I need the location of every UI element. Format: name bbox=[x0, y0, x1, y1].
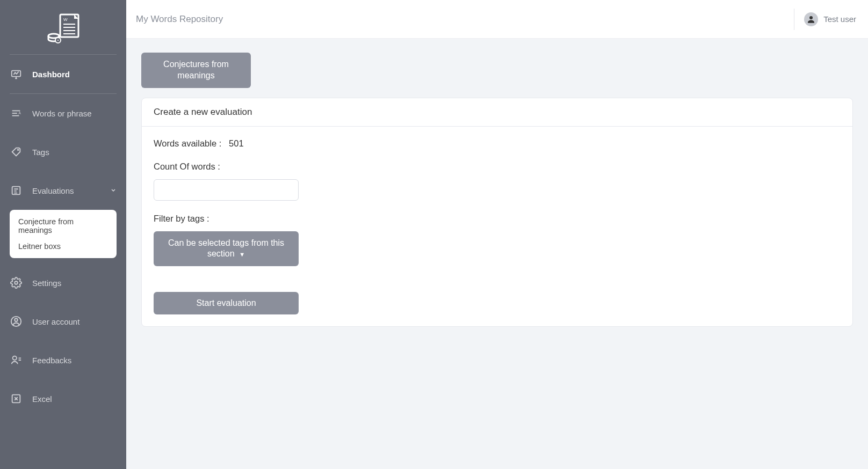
svg-text:W: W bbox=[63, 17, 68, 22]
sidebar-item-settings[interactable]: Settings bbox=[0, 270, 126, 296]
sidebar-item-dashboard[interactable]: Dashbord bbox=[0, 61, 126, 87]
sidebar-item-feedbacks[interactable]: Feedbacks bbox=[0, 347, 126, 373]
start-evaluation-button[interactable]: Start evaluation bbox=[154, 292, 299, 314]
sidebar-item-label: Dashbord bbox=[32, 70, 70, 79]
tags-icon bbox=[10, 145, 23, 158]
sidebar-item-label: Feedbacks bbox=[32, 356, 71, 365]
svg-text:A: A bbox=[19, 111, 21, 115]
main-area: My Words Repository Test user Conjecture… bbox=[126, 0, 868, 469]
count-input[interactable] bbox=[154, 179, 299, 201]
dashboard-icon bbox=[10, 68, 23, 80]
user-menu[interactable]: Test user bbox=[794, 9, 856, 30]
sidebar-item-evaluations[interactable]: Evaluations bbox=[0, 178, 126, 203]
sidebar-item-excel[interactable]: Excel bbox=[0, 386, 126, 412]
card-body: Words available : 501 Count Of words : F… bbox=[142, 127, 852, 327]
app-logo: W bbox=[10, 8, 117, 55]
sidebar-item-label: Evaluations bbox=[32, 186, 74, 195]
caret-down-icon: ▼ bbox=[239, 251, 245, 258]
chevron-down-icon bbox=[110, 186, 117, 195]
submenu-item-label: Leitner boxs bbox=[18, 242, 61, 251]
svg-point-8 bbox=[57, 40, 59, 41]
submenu-conjecture[interactable]: Conjecture from meanings bbox=[18, 217, 108, 234]
sidebar-item-label: Excel bbox=[32, 394, 52, 404]
sidebar-item-words[interactable]: A Words or phrase bbox=[0, 100, 126, 126]
card-header: Create a new evaluation bbox=[142, 98, 852, 127]
sidebar-item-user-account[interactable]: User account bbox=[0, 309, 126, 334]
excel-icon bbox=[10, 392, 23, 405]
feedback-icon bbox=[10, 354, 23, 367]
words-icon: A bbox=[10, 107, 23, 120]
filter-label: Filter by tags : bbox=[154, 214, 841, 224]
svg-point-16 bbox=[15, 281, 18, 284]
evaluations-icon bbox=[10, 184, 23, 197]
sidebar: W Dashbord A Words or phrase Tags bbox=[0, 0, 126, 469]
settings-icon bbox=[10, 276, 23, 289]
svg-point-18 bbox=[15, 319, 18, 322]
divider bbox=[10, 93, 117, 94]
sidebar-item-label: Settings bbox=[32, 279, 61, 288]
topbar: My Words Repository Test user bbox=[126, 0, 868, 39]
submenu-leitner[interactable]: Leitner boxs bbox=[18, 242, 108, 251]
tab-conjectures[interactable]: Conjectures from meanings bbox=[141, 53, 251, 88]
logo-icon: W bbox=[45, 13, 82, 43]
avatar-icon bbox=[804, 12, 818, 26]
sidebar-item-label: Tags bbox=[32, 148, 49, 157]
count-label: Count Of words : bbox=[154, 162, 841, 172]
user-name: Test user bbox=[823, 14, 856, 24]
user-icon bbox=[10, 315, 23, 328]
words-available-label: Words available : bbox=[154, 138, 221, 148]
page-title: My Words Repository bbox=[136, 14, 794, 25]
filter-tags-dropdown[interactable]: Can be selected tags from this section ▼ bbox=[154, 231, 299, 267]
sidebar-item-label: Words or phrase bbox=[32, 109, 92, 118]
svg-point-21 bbox=[809, 16, 813, 19]
sidebar-item-tags[interactable]: Tags bbox=[0, 139, 126, 165]
evaluations-submenu: Conjecture from meanings Leitner boxs bbox=[10, 210, 117, 258]
content: Conjectures from meanings Create a new e… bbox=[126, 39, 868, 341]
sidebar-item-label: User account bbox=[32, 317, 79, 326]
words-available-row: Words available : 501 bbox=[154, 138, 841, 149]
svg-point-14 bbox=[18, 149, 19, 150]
words-available-value: 501 bbox=[229, 138, 244, 148]
evaluation-card: Create a new evaluation Words available … bbox=[141, 98, 853, 327]
svg-point-19 bbox=[13, 356, 17, 360]
dropdown-label: Can be selected tags from this section bbox=[168, 238, 284, 259]
submenu-item-label: Conjecture from meanings bbox=[18, 217, 74, 234]
